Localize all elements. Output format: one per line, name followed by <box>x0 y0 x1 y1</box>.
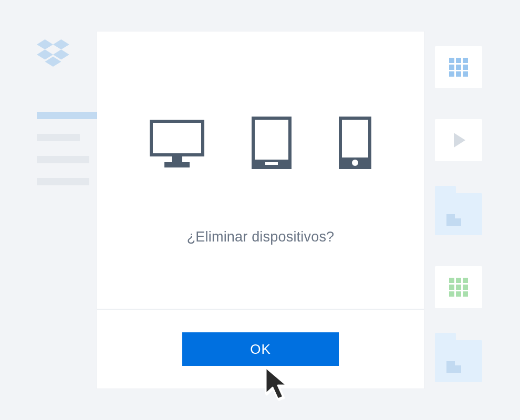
sidebar-item-placeholder <box>37 156 89 163</box>
sidebar-item-placeholder <box>37 178 89 185</box>
svg-rect-5 <box>265 162 278 165</box>
grid-icon <box>449 278 468 297</box>
file-tile <box>435 46 482 88</box>
phone-icon <box>339 117 371 171</box>
ok-button[interactable]: OK <box>182 332 339 366</box>
device-icons-row <box>150 117 371 171</box>
dropbox-logo-icon <box>37 39 69 68</box>
confirm-dialog: ¿Eliminar dispositivos? OK <box>97 32 424 388</box>
grid-icon <box>449 58 468 77</box>
file-tile <box>435 119 482 161</box>
dialog-body: ¿Eliminar dispositivos? <box>97 32 424 310</box>
sidebar-nav-placeholder <box>37 112 99 200</box>
building-icon <box>446 361 455 373</box>
folder-tile <box>435 340 482 382</box>
file-tile <box>435 266 482 308</box>
building-icon <box>446 214 455 226</box>
svg-rect-0 <box>151 121 203 155</box>
dialog-footer: OK <box>97 310 424 388</box>
tablet-icon <box>252 117 292 171</box>
sidebar-item-placeholder <box>37 134 80 141</box>
dialog-title: ¿Eliminar dispositivos? <box>187 229 335 245</box>
folder-tile <box>435 193 482 235</box>
play-icon <box>454 133 465 148</box>
monitor-icon <box>150 120 204 171</box>
svg-rect-2 <box>164 162 190 167</box>
svg-rect-1 <box>172 155 182 162</box>
svg-point-8 <box>352 160 358 166</box>
sidebar-item-placeholder <box>37 112 99 119</box>
